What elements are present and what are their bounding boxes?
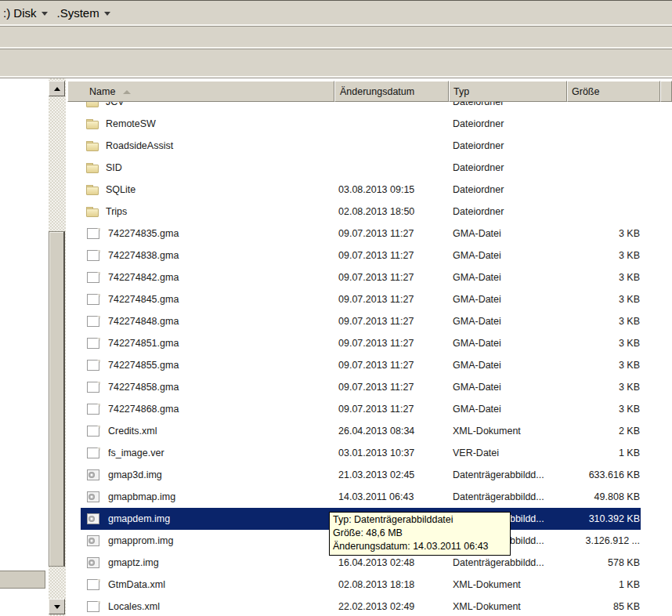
file-row[interactable]: SIDDateiordner (81, 157, 641, 179)
file-name-cell[interactable]: 742274835.gma (81, 228, 334, 239)
file-name-label: 742274858.gma (108, 382, 179, 393)
file-row[interactable]: SQLite03.08.2013 09:15Dateiordner (81, 179, 641, 201)
file-icon (87, 404, 99, 415)
file-row[interactable]: 742274838.gma09.07.2013 11:27GMA-Datei3 … (81, 245, 641, 266)
file-type-cell: Dateiordner (449, 118, 567, 129)
file-size-cell: 2 KB (567, 426, 641, 437)
vertical-scrollbar[interactable] (49, 78, 66, 616)
file-row[interactable]: RemoteSWDateiordner (81, 113, 641, 135)
file-size-cell: 3 KB (567, 250, 641, 261)
file-row[interactable]: 742274845.gma09.07.2013 11:27GMA-Datei3 … (81, 288, 641, 310)
file-size-cell: 3 KB (567, 228, 641, 239)
file-type-cell: GMA-Datei (449, 316, 567, 327)
command-bar-strip (0, 49, 672, 78)
file-row[interactable]: Trips02.08.2013 18:50Dateiordner (81, 201, 641, 223)
scrollbar-thumb[interactable] (49, 231, 65, 567)
file-icon (87, 294, 99, 305)
navigation-pane (0, 78, 47, 616)
file-name-label: 742274851.gma (108, 338, 179, 349)
file-name-cell[interactable]: 742274868.gma (81, 404, 334, 415)
file-name-cell[interactable]: 742274848.gma (81, 316, 334, 327)
breadcrumb-disk-label: :) Disk (2, 5, 40, 21)
file-row[interactable]: fs_image.ver03.01.2013 10:37VER-Datei1 K… (81, 442, 641, 464)
file-name-cell[interactable]: gmapbmap.img (81, 491, 334, 502)
file-icon (87, 448, 99, 458)
chevron-down-icon[interactable] (104, 12, 110, 16)
file-name-cell[interactable]: gmap3d.img (81, 469, 334, 480)
file-date-cell: 09.07.2013 11:27 (334, 316, 449, 327)
file-name-cell[interactable]: RoadsideAssist (81, 140, 334, 152)
file-date-cell: 09.07.2013 11:27 (334, 250, 449, 261)
file-row[interactable]: GtmData.xml02.08.2013 18:18XML-Dokument1… (81, 574, 641, 596)
column-header-size[interactable]: Größe (567, 81, 660, 102)
folder-icon (86, 140, 99, 152)
file-icon (87, 579, 99, 590)
file-row[interactable]: Locales.xml22.02.2013 02:49XML-Dokument8… (81, 596, 641, 616)
file-date-cell: 21.03.2013 02:45 (334, 469, 449, 480)
file-name-cell[interactable]: GtmData.xml (81, 579, 334, 590)
file-date-cell: 02.08.2013 18:50 (334, 206, 449, 217)
file-name-cell[interactable]: 742274855.gma (81, 360, 334, 371)
folder-icon (86, 205, 99, 218)
column-header-type[interactable]: Typ (449, 81, 567, 102)
file-size-cell: 3.126.912 ... (567, 535, 641, 546)
file-name-label: RemoteSW (106, 118, 156, 129)
file-name-cell[interactable]: 742274858.gma (81, 382, 334, 393)
breadcrumb-item-system[interactable]: .System (56, 5, 118, 21)
file-date-cell: 09.07.2013 11:27 (334, 360, 449, 371)
toolbar-strip (0, 27, 672, 49)
file-row[interactable]: Credits.xml26.04.2013 08:34XML-Dokument2… (81, 420, 641, 442)
file-type-cell: GMA-Datei (449, 338, 567, 349)
file-type-cell: XML-Dokument (449, 426, 567, 437)
file-size-cell: 3 KB (567, 404, 641, 415)
file-icon (87, 601, 99, 612)
column-header-date[interactable]: Änderungsdatum (334, 81, 449, 102)
scroll-down-button[interactable] (49, 599, 65, 614)
file-name-label: gmapbmap.img (108, 491, 175, 502)
file-row[interactable]: RoadsideAssistDateiordner (81, 135, 641, 157)
file-type-cell: Datenträgerabbildd... (449, 557, 567, 568)
file-type-cell: GMA-Datei (449, 360, 567, 371)
file-size-cell: 3 KB (567, 360, 641, 371)
file-row[interactable]: 742274858.gma09.07.2013 11:27GMA-Datei3 … (81, 376, 641, 398)
file-name-cell[interactable]: Locales.xml (81, 601, 334, 612)
file-size-cell: 3 KB (567, 316, 641, 327)
chevron-down-icon[interactable] (42, 12, 48, 16)
column-header-name[interactable]: Name (67, 81, 334, 102)
file-type-cell: Dateiordner (449, 140, 567, 151)
file-row[interactable]: 742274848.gma09.07.2013 11:27GMA-Datei3 … (81, 310, 641, 332)
file-row[interactable]: gmap3d.img21.03.2013 02:45Datenträgerabb… (81, 464, 641, 486)
disc-image-icon (87, 557, 99, 568)
file-icon (87, 250, 99, 261)
file-name-cell[interactable]: 742274838.gma (81, 250, 334, 261)
file-name-cell[interactable]: Trips (81, 205, 334, 218)
file-name-cell[interactable]: SID (81, 161, 334, 174)
folder-icon (86, 161, 99, 174)
file-name-cell[interactable]: 742274842.gma (81, 272, 334, 283)
file-name-cell[interactable]: gmaptz.img (81, 557, 334, 568)
file-row[interactable]: 742274842.gma09.07.2013 11:27GMA-Datei3 … (81, 266, 641, 288)
file-name-cell[interactable]: 742274845.gma (81, 294, 334, 305)
file-name-cell[interactable]: 742274851.gma (81, 338, 334, 349)
file-date-cell: 09.07.2013 11:27 (334, 404, 449, 415)
file-name-label: 742274842.gma (108, 272, 179, 283)
file-name-cell[interactable]: fs_image.ver (81, 448, 334, 458)
file-name-cell[interactable]: gmapprom.img (81, 535, 334, 546)
file-row[interactable]: 742274868.gma09.07.2013 11:27GMA-Datei3 … (81, 398, 641, 420)
file-row[interactable]: gmapbmap.img14.03.2011 06:43Datenträgera… (81, 486, 641, 508)
file-name-cell[interactable]: Credits.xml (81, 426, 334, 437)
file-name-cell[interactable]: JCV (81, 102, 334, 108)
file-row[interactable]: JCVDateiordner (81, 102, 641, 113)
file-size-cell: 1 KB (567, 448, 641, 458)
file-name-cell[interactable]: gmapdem.img (81, 513, 334, 524)
file-name-label: 742274855.gma (108, 360, 179, 371)
breadcrumb-item-disk[interactable]: :) Disk (2, 5, 56, 21)
file-row[interactable]: 742274835.gma09.07.2013 11:27GMA-Datei3 … (81, 223, 641, 245)
file-size-cell: 3 KB (567, 272, 641, 283)
file-name-cell[interactable]: SQLite (81, 183, 334, 196)
file-name-cell[interactable]: RemoteSW (81, 118, 334, 130)
file-row[interactable]: 742274855.gma09.07.2013 11:27GMA-Datei3 … (81, 354, 641, 376)
navigation-pane-hscrollbar[interactable] (0, 571, 45, 589)
file-row[interactable]: 742274851.gma09.07.2013 11:27GMA-Datei3 … (81, 332, 641, 354)
scroll-up-button[interactable] (49, 81, 65, 96)
